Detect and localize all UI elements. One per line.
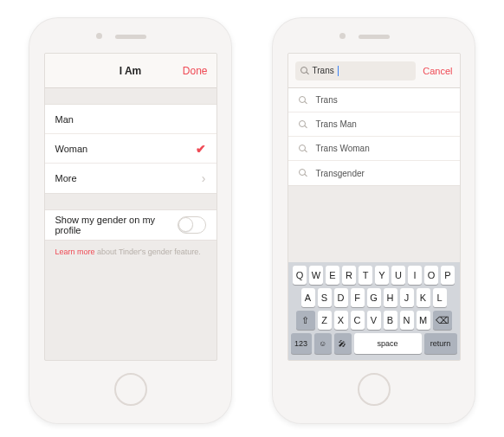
key-m[interactable]: M bbox=[417, 311, 430, 330]
search-query-text: Trans bbox=[313, 66, 334, 75]
screen-gender-search: Trans Cancel Trans Trans Man Trans Woman bbox=[288, 53, 461, 361]
search-result[interactable]: Trans bbox=[288, 88, 460, 112]
option-more[interactable]: More › bbox=[45, 164, 216, 193]
key-space[interactable]: space bbox=[354, 333, 422, 354]
phone-camera bbox=[96, 33, 102, 39]
cancel-button[interactable]: Cancel bbox=[423, 66, 452, 76]
option-label: More bbox=[55, 173, 77, 183]
home-button[interactable] bbox=[358, 373, 391, 406]
keyboard: Q W E R T Y U I O P A S D F G H bbox=[288, 262, 460, 360]
search-bar: Trans Cancel bbox=[288, 54, 460, 88]
key-u[interactable]: U bbox=[391, 266, 405, 285]
search-input[interactable]: Trans bbox=[295, 61, 417, 80]
key-w[interactable]: W bbox=[309, 266, 323, 285]
keyboard-row-3: ⇧ Z X C V B N M ⌫ bbox=[291, 311, 457, 330]
key-h[interactable]: H bbox=[384, 288, 397, 307]
key-q[interactable]: Q bbox=[293, 266, 307, 285]
result-label: Trans Woman bbox=[316, 144, 370, 153]
nav-bar: I Am Done bbox=[45, 54, 216, 88]
home-button[interactable] bbox=[114, 373, 147, 406]
key-f[interactable]: F bbox=[351, 288, 365, 307]
phone-speaker bbox=[115, 35, 146, 39]
key-y[interactable]: Y bbox=[375, 266, 389, 285]
search-result[interactable]: Transgender bbox=[288, 161, 460, 185]
mic-icon: 🎤︎ bbox=[339, 339, 346, 348]
key-emoji[interactable]: ☺ bbox=[314, 333, 332, 354]
search-result[interactable]: Trans Man bbox=[288, 112, 460, 137]
key-o[interactable]: O bbox=[424, 266, 438, 285]
checkmark-icon: ✔ bbox=[196, 142, 206, 156]
key-j[interactable]: J bbox=[400, 288, 414, 307]
key-return[interactable]: return bbox=[424, 333, 457, 354]
key-mic[interactable]: 🎤︎ bbox=[334, 333, 352, 354]
text-cursor bbox=[338, 66, 339, 76]
toggle-label: Show my gender on my profile bbox=[55, 215, 178, 235]
result-label: Trans bbox=[316, 95, 338, 105]
key-i[interactable]: I bbox=[408, 266, 422, 285]
key-c[interactable]: C bbox=[351, 311, 365, 330]
key-k[interactable]: K bbox=[417, 288, 430, 307]
key-t[interactable]: T bbox=[359, 266, 372, 285]
done-button[interactable]: Done bbox=[183, 65, 208, 77]
key-v[interactable]: V bbox=[367, 311, 381, 330]
keyboard-row-2: A S D F G H J K L bbox=[291, 288, 457, 307]
search-icon bbox=[299, 120, 307, 129]
chevron-right-icon: › bbox=[202, 171, 206, 185]
result-label: Trans Man bbox=[316, 119, 357, 129]
option-label: Woman bbox=[55, 144, 88, 154]
key-d[interactable]: D bbox=[334, 288, 348, 307]
key-g[interactable]: G bbox=[367, 288, 381, 307]
key-shift[interactable]: ⇧ bbox=[296, 311, 315, 330]
gender-option-group: Man Woman ✔ More › bbox=[45, 104, 216, 194]
key-p[interactable]: P bbox=[441, 266, 455, 285]
key-r[interactable]: R bbox=[342, 266, 356, 285]
result-label: Transgender bbox=[316, 169, 365, 178]
phone-speaker bbox=[359, 35, 390, 39]
search-icon bbox=[300, 67, 309, 75]
learn-more-link[interactable]: Learn more bbox=[55, 247, 95, 256]
phone-left: I Am Done Man Woman ✔ More › bbox=[29, 17, 232, 424]
show-gender-toggle[interactable] bbox=[178, 216, 205, 234]
option-label: Man bbox=[55, 114, 74, 125]
footnote: Learn more about Tinder's gender feature… bbox=[45, 241, 216, 263]
key-a[interactable]: A bbox=[301, 288, 315, 307]
search-icon bbox=[299, 169, 307, 177]
keyboard-row-4: 123 ☺ 🎤︎ space return bbox=[291, 333, 457, 354]
key-numbers[interactable]: 123 bbox=[291, 333, 312, 354]
phone-right: Trans Cancel Trans Trans Man Trans Woman bbox=[272, 17, 475, 424]
search-result[interactable]: Trans Woman bbox=[288, 137, 460, 161]
key-x[interactable]: X bbox=[334, 311, 348, 330]
nav-title: I Am bbox=[120, 65, 142, 77]
key-backspace[interactable]: ⌫ bbox=[433, 311, 452, 330]
show-gender-group: Show my gender on my profile bbox=[45, 209, 216, 241]
key-n[interactable]: N bbox=[400, 311, 414, 330]
toggle-knob bbox=[178, 217, 193, 232]
keyboard-row-1: Q W E R T Y U I O P bbox=[291, 266, 457, 285]
option-woman[interactable]: Woman ✔ bbox=[45, 134, 216, 164]
option-man[interactable]: Man bbox=[45, 105, 216, 134]
key-e[interactable]: E bbox=[326, 266, 339, 285]
screen-gender-select: I Am Done Man Woman ✔ More › bbox=[44, 53, 217, 361]
key-b[interactable]: B bbox=[384, 311, 397, 330]
phone-camera bbox=[339, 33, 346, 39]
key-z[interactable]: Z bbox=[318, 311, 332, 330]
search-icon bbox=[299, 145, 307, 153]
show-gender-row[interactable]: Show my gender on my profile bbox=[45, 210, 216, 240]
footnote-text: about Tinder's gender feature. bbox=[95, 247, 201, 256]
search-results-list: Trans Trans Man Trans Woman Transgender bbox=[288, 88, 460, 186]
search-icon bbox=[299, 96, 307, 105]
key-l[interactable]: L bbox=[433, 288, 447, 307]
key-s[interactable]: S bbox=[318, 288, 332, 307]
